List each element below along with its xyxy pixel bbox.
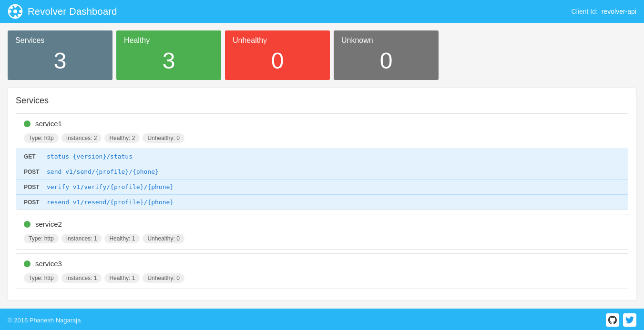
- svg-point-2: [14, 5, 17, 8]
- app-title: Revolver Dashboard: [28, 6, 117, 17]
- client-id-value: revolver-api: [602, 8, 636, 15]
- twitter-icon[interactable]: [623, 313, 636, 327]
- revolver-logo: [8, 4, 23, 19]
- stat-card-unknown: Unknown 0: [334, 30, 439, 80]
- service-header-2[interactable]: service3: [16, 254, 628, 273]
- endpoint-row[interactable]: POST resend v1/resend/{profile}/{phone}: [16, 195, 628, 210]
- svg-point-5: [19, 10, 22, 13]
- service-tag: Type: http: [24, 273, 59, 283]
- client-id-label: Client Id:: [572, 8, 598, 15]
- stat-value-healthy: 3: [124, 48, 214, 74]
- service-card-2: service3 Type: httpInstances: 1Healthy: …: [16, 253, 628, 289]
- main-content: Services service1 Type: httpInstances: 2…: [0, 88, 644, 309]
- stat-card-services: Services 3: [8, 30, 112, 80]
- svg-point-6: [10, 6, 13, 9]
- status-dot-1: [24, 221, 31, 228]
- service-tag: Unhealthy: 0: [143, 273, 184, 283]
- stat-value-unknown: 0: [341, 48, 431, 74]
- service-name-2: service3: [35, 260, 62, 268]
- status-dot-2: [24, 260, 31, 267]
- service-tag: Instances: 1: [61, 234, 102, 243]
- stat-label-unknown: Unknown: [341, 36, 431, 45]
- endpoint-row[interactable]: POST verify v1/verify/{profile}/{phone}: [16, 180, 628, 195]
- method-badge: POST: [24, 169, 41, 175]
- service-tags-0: Type: httpInstances: 2Healthy: 2Unhealth…: [16, 133, 628, 149]
- stat-value-unhealthy: 0: [233, 48, 322, 74]
- service-name-1: service2: [35, 220, 62, 228]
- stat-label-healthy: Healthy: [124, 36, 214, 45]
- method-badge: GET: [24, 153, 41, 160]
- stat-card-unhealthy: Unhealthy 0: [225, 30, 330, 80]
- footer-copyright: © 2016 Phanesh Nagaraja: [8, 317, 81, 324]
- header-client-info: Client Id: revolver-api: [572, 8, 636, 15]
- svg-point-4: [9, 10, 11, 13]
- app-footer: © 2016 Phanesh Nagaraja: [0, 309, 644, 330]
- service-tag: Healthy: 2: [104, 133, 140, 143]
- services-panel-title: Services: [16, 96, 628, 106]
- service-tags-2: Type: httpInstances: 1Healthy: 1Unhealth…: [16, 273, 628, 289]
- endpoint-path: resend v1/resend/{profile}/{phone}: [47, 199, 174, 206]
- footer-social-icons: [606, 313, 636, 327]
- stats-row: Services 3 Healthy 3 Unhealthy 0 Unknown…: [0, 23, 644, 88]
- service-card-0: service1 Type: httpInstances: 2Healthy: …: [16, 113, 628, 210]
- svg-point-7: [18, 14, 20, 17]
- service-name-0: service1: [35, 120, 62, 128]
- svg-point-3: [14, 15, 17, 18]
- method-badge: POST: [24, 184, 41, 190]
- services-list: service1 Type: httpInstances: 2Healthy: …: [16, 113, 628, 289]
- endpoint-row[interactable]: GET status {version}/status: [16, 149, 628, 164]
- status-dot-0: [24, 120, 31, 127]
- endpoint-path: status {version}/status: [47, 153, 133, 160]
- service-card-1: service2 Type: httpInstances: 1Healthy: …: [16, 214, 628, 250]
- service-tag: Healthy: 1: [104, 234, 140, 243]
- stat-label-unhealthy: Unhealthy: [233, 36, 322, 45]
- endpoint-path: send v1/send/{profile}/{phone}: [47, 168, 159, 175]
- service-tag: Unhealthy: 0: [143, 133, 184, 143]
- service-tag: Type: http: [24, 234, 59, 243]
- stat-label-services: Services: [15, 36, 105, 45]
- service-tag: Unhealthy: 0: [143, 234, 184, 243]
- stat-value-services: 3: [15, 48, 105, 74]
- service-tag: Instances: 2: [61, 133, 102, 143]
- svg-point-1: [13, 10, 17, 13]
- service-header-1[interactable]: service2: [16, 214, 628, 234]
- service-tag: Type: http: [24, 133, 59, 143]
- service-header-0[interactable]: service1: [16, 114, 628, 133]
- app-header: Revolver Dashboard Client Id: revolver-a…: [0, 0, 644, 23]
- github-icon[interactable]: [606, 313, 619, 327]
- header-left: Revolver Dashboard: [8, 4, 117, 19]
- endpoint-row[interactable]: POST send v1/send/{profile}/{phone}: [16, 164, 628, 180]
- service-tags-1: Type: httpInstances: 1Healthy: 1Unhealth…: [16, 234, 628, 249]
- services-panel: Services service1 Type: httpInstances: 2…: [8, 88, 636, 301]
- stat-card-healthy: Healthy 3: [116, 30, 221, 80]
- service-tag: Instances: 1: [61, 273, 102, 283]
- endpoint-path: verify v1/verify/{profile}/{phone}: [47, 183, 174, 190]
- service-tag: Healthy: 1: [104, 273, 140, 283]
- endpoints-section: GET status {version}/status POST send v1…: [16, 149, 628, 210]
- method-badge: POST: [24, 199, 41, 206]
